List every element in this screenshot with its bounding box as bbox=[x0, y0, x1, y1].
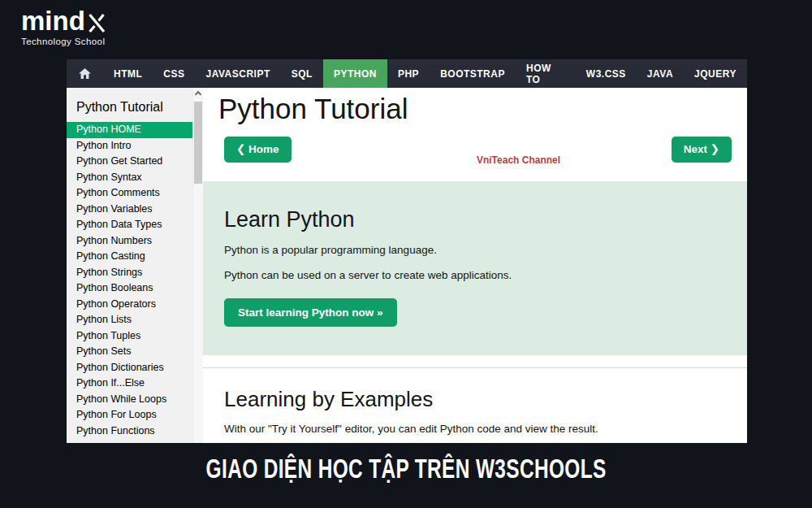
nav-tab[interactable]: PYTHON bbox=[323, 59, 387, 88]
learn-python-paragraph-1: Python is a popular programming language… bbox=[224, 244, 726, 256]
nav-tab[interactable]: HTML bbox=[103, 59, 153, 88]
sidebar-item[interactable]: Python Variables bbox=[67, 202, 192, 218]
sidebar-title: Python Tutorial bbox=[67, 88, 192, 122]
nav-tab[interactable]: JAVA bbox=[637, 59, 684, 88]
nav-home-button[interactable] bbox=[67, 59, 103, 88]
learn-python-section: Learn Python Python is a popular program… bbox=[203, 181, 747, 355]
sidebar-item[interactable]: Python Sets bbox=[67, 344, 192, 360]
intro-section: Python Tutorial ❮ Home VniTeach Channel … bbox=[203, 93, 747, 163]
sidebar-item[interactable]: Python Booleans bbox=[67, 280, 192, 297]
nav-tab[interactable]: PHP bbox=[387, 59, 430, 88]
sidebar-item[interactable]: Python Casting bbox=[67, 249, 192, 265]
sidebar-item[interactable]: Python Data Types bbox=[67, 217, 192, 233]
sidebar-item[interactable]: Python Get Started bbox=[67, 154, 192, 170]
learn-python-title: Learn Python bbox=[224, 208, 726, 231]
sidebar-menu: Python HOME Python Intro Python Get Star… bbox=[67, 122, 192, 439]
home-button[interactable]: ❮ Home bbox=[224, 137, 292, 163]
pager-row: ❮ Home VniTeach Channel Next ❯ bbox=[224, 137, 732, 163]
mindx-logo-text: mind bbox=[21, 7, 106, 34]
examples-paragraph: With our "Try it Yourself" editor, you c… bbox=[224, 423, 726, 435]
sidebar-item[interactable]: Python Comments bbox=[67, 185, 192, 202]
learn-python-paragraph-2: Python can be used on a server to create… bbox=[224, 269, 726, 281]
sidebar-item[interactable]: Python Dictionaries bbox=[67, 360, 192, 376]
scrollbar-thumb[interactable] bbox=[194, 102, 202, 184]
nav-tab[interactable]: CSS bbox=[153, 59, 195, 88]
sidebar-item[interactable]: Python HOME bbox=[67, 122, 192, 138]
sidebar-item[interactable]: Python Intro bbox=[67, 138, 192, 154]
nav-tab[interactable]: BOOTSTRAP bbox=[430, 59, 516, 88]
logo-word: mind bbox=[21, 7, 85, 34]
examples-title: Learning by Examples bbox=[224, 389, 726, 410]
page-body: Python Tutorial Python HOME Python Intro… bbox=[67, 88, 747, 443]
top-navbar: HTML CSS JAVASCRIPT SQL PYTHON PHP BOOTS… bbox=[67, 59, 747, 88]
nav-tab[interactable]: SQL bbox=[281, 59, 323, 88]
page-title: Python Tutorial bbox=[218, 93, 732, 125]
examples-section: Learning by Examples With our "Try it Yo… bbox=[203, 389, 747, 435]
sidebar-item[interactable]: Python Lists bbox=[67, 312, 192, 328]
sidebar-item[interactable]: Python Strings bbox=[67, 265, 192, 281]
mindx-logo: mind Technology School bbox=[21, 7, 106, 46]
sidebar-item[interactable]: Python Syntax bbox=[67, 170, 192, 186]
watermark-text: VniTeach Channel bbox=[477, 154, 560, 166]
next-button[interactable]: Next ❯ bbox=[672, 137, 732, 163]
nav-tab[interactable]: JQUERY bbox=[684, 59, 747, 88]
sidebar-item[interactable]: Python For Loops bbox=[67, 407, 192, 423]
nav-tab[interactable]: W3.CSS bbox=[576, 59, 637, 88]
logo-x-icon bbox=[88, 13, 106, 33]
sidebar-item[interactable]: Python While Loops bbox=[67, 392, 192, 408]
nav-tab[interactable]: JAVASCRIPT bbox=[196, 59, 281, 88]
scrollbar-up-arrow-icon[interactable] bbox=[195, 91, 201, 98]
caption: GIAO DIỆN HỌC TẬP TRÊN W3SCHOOLS bbox=[0, 454, 812, 484]
logo-subtitle: Technology School bbox=[21, 37, 106, 46]
sidebar-item[interactable]: Python Tuples bbox=[67, 328, 192, 345]
sidebar-scrollbar[interactable] bbox=[192, 88, 203, 443]
section-divider bbox=[203, 367, 747, 368]
sidebar-item[interactable]: Python Functions bbox=[67, 423, 192, 440]
caption-text: GIAO DIỆN HỌC TẬP TRÊN W3SCHOOLS bbox=[205, 454, 606, 484]
w3schools-page: HTML CSS JAVASCRIPT SQL PYTHON PHP BOOTS… bbox=[67, 59, 747, 443]
sidebar-item[interactable]: Python If...Else bbox=[67, 376, 192, 392]
sidebar-item[interactable]: Python Numbers bbox=[67, 233, 192, 250]
start-learning-button[interactable]: Start learning Python now » bbox=[224, 298, 397, 328]
sidebar: Python Tutorial Python HOME Python Intro… bbox=[67, 88, 192, 443]
home-icon bbox=[79, 68, 91, 79]
nav-tab[interactable]: HOW TO bbox=[516, 59, 576, 88]
main-content: Python Tutorial ❮ Home VniTeach Channel … bbox=[203, 88, 747, 443]
sidebar-item[interactable]: Python Operators bbox=[67, 297, 192, 313]
